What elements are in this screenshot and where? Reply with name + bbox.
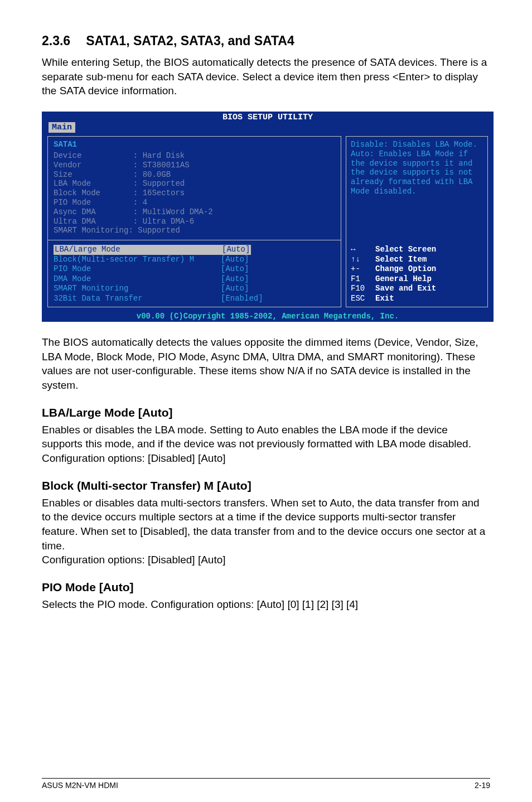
option-value: [Auto]: [221, 274, 249, 284]
key-k: F10: [351, 284, 375, 294]
sata-heading: SATA1: [54, 140, 335, 149]
option-value: [Auto]: [221, 264, 249, 274]
option-value: [Auto]: [221, 255, 249, 265]
dim-device: Device : Hard Disk: [54, 151, 335, 161]
block-body: Enables or disables data multi-sectors t…: [42, 496, 490, 567]
dim-pio: PIO Mode : 4: [54, 198, 335, 207]
section-title: SATA1, SATA2, SATA3, and SATA4: [86, 33, 294, 48]
key-k: ↑↓: [351, 255, 375, 265]
tab-main[interactable]: Main: [49, 122, 75, 133]
dim-lba: LBA Mode : Supported: [54, 179, 335, 189]
key-row: +-Change Option: [351, 264, 483, 274]
dim-ultra: Ultra DMA : Ultra DMA-6: [54, 217, 335, 226]
selected-option-label: LBA/Large Mode: [54, 245, 221, 255]
bios-tab-row: Main: [42, 122, 494, 133]
key-desc: Select Screen: [375, 245, 436, 254]
pio-heading: PIO Mode [Auto]: [42, 581, 490, 594]
key-row: ↑↓Select Item: [351, 255, 483, 265]
key-hints: ↔Select Screen ↑↓Select Item +-Change Op…: [351, 245, 483, 303]
dim-block: Block Mode : 16Sectors: [54, 189, 335, 198]
post-bios-text: The BIOS automatically detects the value…: [42, 335, 490, 393]
key-desc: Save and Exit: [375, 284, 436, 293]
footer-left: ASUS M2N-VM HDMI: [42, 781, 118, 790]
key-k: ↔: [351, 245, 375, 255]
page-footer: ASUS M2N-VM HDMI 2-19: [42, 778, 490, 790]
bios-help-panel: Disable: Disables LBA Mode. Auto: Enable…: [346, 136, 488, 307]
intro-text: While entering Setup, the BIOS automatic…: [42, 55, 490, 98]
key-k: ESC: [351, 294, 375, 304]
key-desc: Exit: [375, 294, 394, 303]
key-k: F1: [351, 274, 375, 284]
option-row[interactable]: SMART Monitoring [Auto]: [54, 284, 335, 294]
block-heading: Block (Multi-sector Transfer) M [Auto]: [42, 479, 490, 492]
footer-right: 2-19: [475, 781, 490, 790]
key-row: F1General Help: [351, 274, 483, 284]
bios-main-panel: SATA1 Device : Hard Disk Vendor : ST3800…: [47, 136, 341, 307]
option-row[interactable]: PIO Mode [Auto]: [54, 264, 335, 274]
bios-screenshot: BIOS SETUP UTILITY Main SATA1 Device : H…: [42, 112, 494, 322]
bios-body: SATA1 Device : Hard Disk Vendor : ST3800…: [42, 133, 494, 311]
option-row[interactable]: Block(Multi-sector Transfer) M [Auto]: [54, 255, 335, 265]
dim-size: Size : 80.0GB: [54, 170, 335, 180]
key-row: ↔Select Screen: [351, 245, 483, 255]
key-row: F10Save and Exit: [351, 284, 483, 294]
option-row[interactable]: DMA Mode [Auto]: [54, 274, 335, 284]
dim-async: Async DMA : MultiWord DMA-2: [54, 207, 335, 217]
lba-body: Enables or disables the LBA mode. Settin…: [42, 423, 490, 466]
option-label: SMART Monitoring: [54, 284, 221, 294]
section-heading: 2.3.6SATA1, SATA2, SATA3, and SATA4: [42, 33, 490, 49]
key-desc: Change Option: [375, 264, 436, 273]
pio-body: Selects the PIO mode. Configuration opti…: [42, 597, 490, 612]
help-text: Disable: Disables LBA Mode. Auto: Enable…: [351, 140, 483, 245]
bios-divider: [48, 240, 341, 240]
bios-copyright: v00.00 (C)Copyright 1985-2002, American …: [42, 311, 494, 322]
key-row: ESCExit: [351, 294, 483, 304]
option-selected-row[interactable]: LBA/Large Mode [Auto]: [54, 245, 335, 255]
option-label: Block(Multi-sector Transfer) M: [54, 255, 221, 265]
option-value: [Auto]: [221, 284, 249, 294]
option-value: [Enabled]: [221, 294, 263, 304]
section-number: 2.3.6: [42, 33, 70, 48]
option-row[interactable]: 32Bit Data Transfer [Enabled]: [54, 294, 335, 304]
key-k: +-: [351, 264, 375, 274]
option-label: 32Bit Data Transfer: [54, 294, 221, 304]
selected-option-value: [Auto]: [221, 245, 251, 255]
bios-title: BIOS SETUP UTILITY: [42, 112, 494, 122]
option-label: DMA Mode: [54, 274, 221, 284]
option-label: PIO Mode: [54, 264, 221, 274]
dim-smart: SMART Monitoring: Supported: [54, 226, 335, 235]
lba-heading: LBA/Large Mode [Auto]: [42, 406, 490, 419]
key-desc: General Help: [375, 274, 432, 283]
key-desc: Select Item: [375, 255, 427, 264]
dim-vendor: Vendor : ST380011AS: [54, 161, 335, 170]
